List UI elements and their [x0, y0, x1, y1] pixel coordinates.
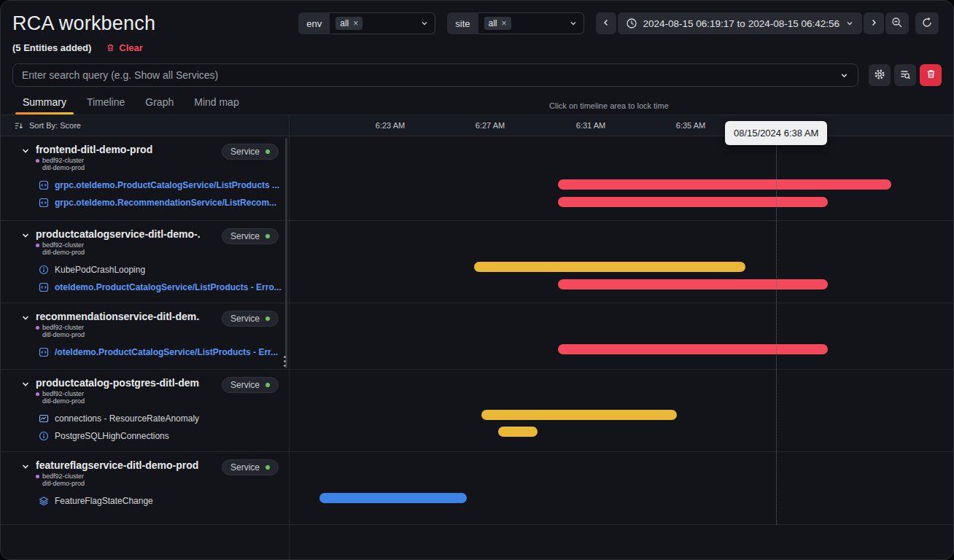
entity-title[interactable]: productcatalogservice-ditl-demo-... [36, 228, 200, 240]
site-filter-label: site [447, 12, 478, 34]
health-dot [265, 383, 270, 387]
entity-event-link[interactable]: oteldemo.ProductCatalogService/ListProdu… [39, 282, 282, 292]
timeline-bar-red[interactable] [558, 179, 891, 190]
entity-alert-item[interactable]: KubePodCrashLooping [39, 265, 282, 275]
clear-entities-button[interactable]: Clear [106, 42, 143, 53]
timeline-bar-red[interactable] [558, 197, 828, 207]
gear-icon [874, 69, 885, 82]
entity-title[interactable]: productcatalog-postgres-ditl-dem... [36, 377, 200, 389]
namespace-name: ditl-demo-prod [42, 480, 198, 487]
timeline-lane[interactable] [290, 452, 953, 524]
collapse-chevron-icon[interactable] [21, 147, 30, 155]
timeline-lane[interactable] [290, 136, 953, 220]
top-bar: RCA workbench env all × site [1, 1, 953, 37]
zoom-out-button[interactable] [885, 12, 909, 34]
event-text: FeatureFlagStateChange [55, 496, 153, 506]
query-inspector-button[interactable] [894, 64, 916, 86]
env-filter-value: all [340, 18, 349, 28]
service-badge: Service [222, 377, 279, 393]
entity-event-link[interactable]: grpc.oteldemo.ProductCatalogService/List… [39, 180, 282, 190]
axis-tick: 6:23 AM [376, 121, 405, 130]
search-input[interactable] [22, 69, 839, 81]
timeline-bar-yellow[interactable] [498, 427, 538, 437]
time-axis[interactable]: 6:23 AM6:27 AM6:31 AM6:35 AM [290, 115, 953, 136]
timeline-bar-blue[interactable] [319, 493, 467, 503]
event-text: grpc.oteldemo.RecommendationService/List… [55, 198, 276, 208]
api-icon [39, 198, 49, 208]
entity-anomaly-item[interactable]: connections - ResourceRateAnomaly [39, 413, 282, 424]
cluster-name: bedf92-cluster [42, 390, 84, 397]
site-select[interactable]: all × [478, 12, 584, 34]
namespace-name: ditl-demo-prod [42, 164, 152, 171]
search-row [1, 63, 953, 87]
entity-card: frontend-ditl-demo-prod bedf92-cluster d… [1, 136, 290, 220]
health-dot [265, 316, 270, 321]
cluster-name: bedf92-cluster [42, 157, 84, 164]
search-dropdown-caret-icon[interactable] [839, 71, 849, 80]
trash-icon [106, 43, 115, 52]
time-picker: 2024-08-15 06:19:17 to 2024-08-15 06:42:… [596, 12, 939, 34]
timeline-lane[interactable] [290, 303, 953, 369]
lock-time-hint: Click on timeline area to lock time [549, 101, 669, 110]
service-badge-label: Service [230, 147, 260, 157]
event-text: KubePodCrashLooping [55, 265, 145, 275]
timeline-bar-yellow[interactable] [474, 262, 745, 272]
scrollbar-thumb[interactable] [285, 138, 287, 368]
timeline-bar-red[interactable] [558, 344, 828, 354]
tab-summary[interactable]: Summary [12, 92, 77, 114]
time-shift-back-button[interactable] [596, 12, 616, 34]
axis-tick: 6:35 AM [676, 121, 705, 130]
env-select[interactable]: all × [330, 12, 435, 34]
tab-graph[interactable]: Graph [135, 92, 184, 114]
refresh-button[interactable] [915, 12, 939, 34]
page-title: RCA workbench [12, 9, 155, 37]
collapse-chevron-icon[interactable] [21, 380, 30, 389]
bottom-filler [1, 525, 953, 559]
search-box [12, 63, 858, 87]
cluster-name: bedf92-cluster [42, 324, 84, 331]
cluster-name: bedf92-cluster [42, 241, 84, 249]
tab-timeline[interactable]: Timeline [77, 92, 135, 114]
collapse-chevron-icon[interactable] [21, 314, 30, 322]
sort-by-control[interactable]: Sort By: Score [1, 115, 290, 136]
entity-event-link[interactable]: grpc.oteldemo.RecommendationService/List… [39, 198, 282, 208]
refresh-icon [921, 17, 933, 31]
tab-mind-map[interactable]: Mind map [184, 92, 249, 114]
api-icon [39, 180, 49, 190]
collapse-chevron-icon[interactable] [21, 462, 30, 471]
entities-added-count: (5 Entities added) [12, 42, 91, 53]
chevron-right-icon [869, 18, 878, 29]
search-list-icon [899, 69, 911, 82]
settings-button[interactable] [869, 64, 891, 86]
zoom-out-icon [891, 17, 903, 31]
delete-query-button[interactable] [920, 64, 942, 86]
info-icon [39, 265, 49, 275]
time-shift-forward-button[interactable] [864, 12, 884, 34]
timeline-lane[interactable] [290, 221, 953, 303]
service-badge-label: Service [230, 314, 260, 324]
panel-resize-handle[interactable] [284, 356, 286, 367]
service-badge-label: Service [230, 231, 260, 241]
time-range-button[interactable]: 2024-08-15 06:19:17 to 2024-08-15 06:42:… [618, 12, 862, 34]
remove-env-filter-icon[interactable]: × [353, 19, 358, 28]
timeline-bar-red[interactable] [558, 279, 828, 289]
collapse-chevron-icon[interactable] [21, 231, 30, 240]
time-tooltip: 08/15/2024 6:38 AM [725, 121, 827, 145]
entity-group-row: featureflagservice-ditl-demo-prod bedf92… [1, 452, 953, 525]
entity-card: featureflagservice-ditl-demo-prod bedf92… [1, 452, 290, 524]
health-dot [265, 234, 270, 238]
site-filter-chip: all × [484, 17, 511, 30]
entity-event-item[interactable]: FeatureFlagStateChange [39, 496, 282, 506]
entity-title[interactable]: featureflagservice-ditl-demo-prod [36, 459, 198, 471]
entity-title[interactable]: recommendationservice-ditl-dem... [36, 311, 200, 322]
cluster-dot [36, 244, 39, 247]
remove-site-filter-icon[interactable]: × [502, 19, 507, 28]
timeline-bar-yellow[interactable] [481, 410, 677, 420]
entity-alert-item[interactable]: PostgreSQLHighConnections [39, 431, 282, 441]
entity-event-link[interactable]: /oteldemo.ProductCatalogService/ListProd… [39, 347, 282, 357]
entity-title[interactable]: frontend-ditl-demo-prod [36, 144, 152, 155]
timeline-lane[interactable] [290, 370, 953, 451]
metric-icon [39, 413, 49, 424]
site-filter-value: all [489, 18, 497, 28]
clock-icon [626, 18, 637, 29]
